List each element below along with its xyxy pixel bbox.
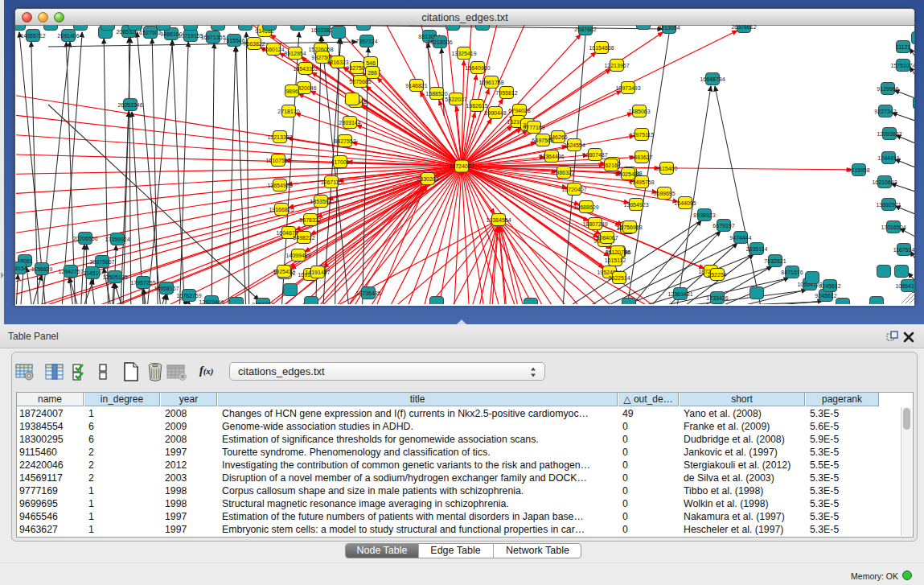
svg-text:9146821: 9146821 [405,83,427,89]
svg-text:8912954: 8912954 [284,51,306,56]
svg-text:10756928: 10756928 [617,225,642,230]
svg-text:9463627: 9463627 [630,154,652,160]
svg-text:10654122: 10654122 [895,283,914,289]
svg-text:1353594: 1353594 [310,199,331,204]
svg-text:15218506: 15218506 [427,39,452,45]
svg-text:9699695: 9699695 [653,191,675,196]
svg-text:9245612: 9245612 [819,283,840,289]
svg-text:10688609: 10688609 [573,204,598,210]
svg-text:9084067: 9084067 [596,235,618,241]
svg-text:7515546: 7515546 [223,38,244,43]
svg-text:114519: 114519 [84,270,102,276]
svg-text:2330203: 2330203 [417,176,438,182]
svg-text:6497568: 6497568 [532,138,553,143]
svg-text:2687682: 2687682 [574,27,596,32]
svg-text:16543362: 16543362 [293,66,318,72]
svg-text:19166825: 19166825 [269,207,294,212]
svg-text:7485063: 7485063 [628,109,650,114]
svg-text:14055712: 14055712 [20,33,45,39]
svg-text:26378612: 26378612 [731,25,756,30]
svg-text:7357224: 7357224 [355,39,377,44]
svg-text:2691406: 2691406 [57,33,79,39]
svg-text:17016504: 17016504 [881,225,906,230]
svg-text:9215958: 9215958 [848,167,869,173]
svg-text:3267110: 3267110 [321,179,343,185]
svg-text:2803144: 2803144 [339,120,360,126]
svg-text:6216: 6216 [605,163,618,168]
svg-text:5498222: 5498222 [293,235,314,241]
svg-text:13495758: 13495758 [629,179,654,185]
svg-text:16154838: 16154838 [589,45,614,51]
svg-text:16961758: 16961758 [478,80,503,85]
svg-text:2718170: 2718170 [277,109,299,114]
svg-text:12505135: 12505135 [102,274,127,280]
svg-text:8660124: 8660124 [262,47,284,52]
svg-text:1588520: 1588520 [425,91,447,97]
svg-text:12942757: 12942757 [58,269,83,274]
svg-text:12213967: 12213967 [604,63,629,68]
svg-text:1644095: 1644095 [674,200,696,206]
svg-text:12213382: 12213382 [267,134,292,140]
svg-text:7663822: 7663822 [243,41,265,47]
svg-text:252254: 252254 [708,272,726,278]
svg-text:10958167: 10958167 [154,286,179,291]
svg-text:15640910: 15640910 [465,65,490,71]
svg-text:10973493: 10973493 [615,85,640,91]
svg-text:8990448: 8990448 [484,110,506,116]
svg-text:13654923: 13654923 [623,202,648,208]
svg-text:1167534: 1167534 [893,247,914,253]
svg-text:5875685: 5875685 [349,79,371,84]
svg-text:17957255: 17957255 [130,280,155,286]
svg-text:417006: 417006 [331,159,349,165]
svg-text:11121: 11121 [896,44,911,50]
svg-text:18807249: 18807249 [582,221,607,227]
svg-text:14099489: 14099489 [285,253,310,258]
svg-text:18724007: 18724007 [449,163,474,169]
svg-text:16210643: 16210643 [872,179,897,185]
svg-text:1925412: 1925412 [273,269,294,274]
svg-text:9115460: 9115460 [656,166,678,171]
svg-text:13692971: 13692971 [876,202,901,208]
svg-text:9474444: 9474444 [729,235,751,241]
svg-text:12975115: 12975115 [630,132,655,138]
svg-text:16782759: 16782759 [176,293,201,299]
svg-text:39154: 39154 [15,266,27,271]
svg-text:10719155: 10719155 [178,33,203,39]
svg-text:8471676: 8471676 [781,270,803,275]
svg-text:8813054: 8813054 [658,25,680,31]
svg-text:1362615: 1362615 [466,103,487,109]
svg-text:7986322: 7986322 [552,170,574,175]
svg-text:9129966: 9129966 [877,86,898,92]
svg-text:13654923: 13654923 [267,183,292,188]
svg-text:5322037: 5322037 [445,97,466,102]
svg-text:286: 286 [368,70,377,76]
svg-text:13736485: 13736485 [355,290,380,296]
svg-text:9457791: 9457791 [252,302,273,305]
svg-text:30975867: 30975867 [89,259,114,265]
svg-text:6794028: 6794028 [508,108,530,113]
svg-text:15751074: 15751074 [890,63,914,68]
svg-text:9245612: 9245612 [815,293,836,299]
svg-text:1244419: 1244419 [877,155,899,161]
svg-text:14191447: 14191447 [305,270,330,275]
svg-text:2522514: 2522514 [608,275,630,281]
svg-text:12093832: 12093832 [877,131,901,137]
svg-text:12923446: 12923446 [199,299,224,305]
svg-text:1615112: 1615112 [605,257,626,263]
svg-text:7632621: 7632621 [764,258,786,264]
svg-text:17359924: 17359924 [105,237,129,242]
svg-text:9896: 9896 [285,89,298,94]
svg-text:16671355: 16671355 [200,35,225,40]
svg-text:20206556: 20206556 [72,236,97,241]
svg-text:1816323: 1816323 [326,60,348,65]
svg-text:546: 546 [366,60,376,66]
svg-text:13325419: 13325419 [451,51,476,56]
svg-text:9777169: 9777169 [523,125,544,130]
svg-text:21364436: 21364436 [539,154,564,159]
svg-text:3624554: 3624554 [563,142,585,148]
svg-text:16107552: 16107552 [265,158,290,163]
svg-text:26053346: 26053346 [117,102,142,108]
svg-text:12363481: 12363481 [667,291,692,297]
svg-text:1156829: 1156829 [31,266,53,272]
svg-text:8938923: 8938923 [693,212,715,218]
